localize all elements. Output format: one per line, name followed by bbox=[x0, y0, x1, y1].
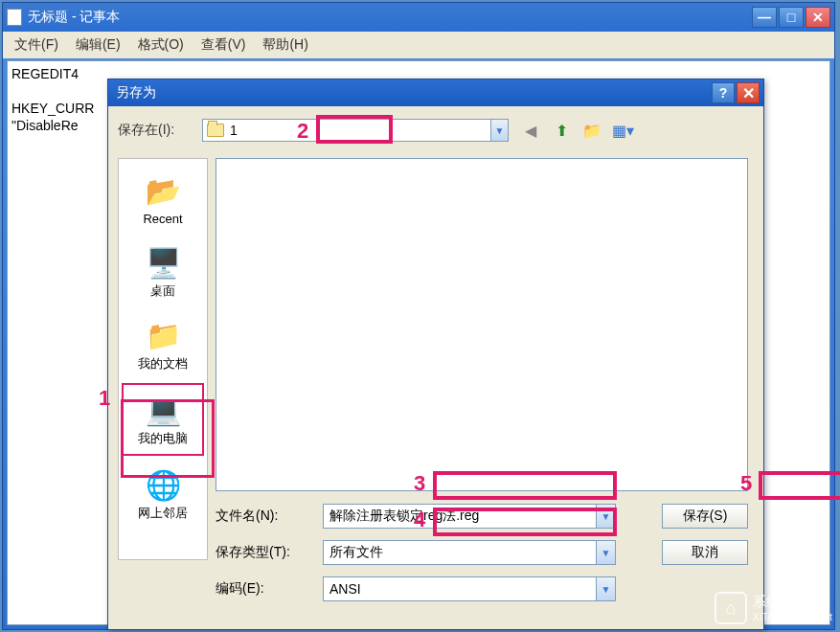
house-icon: ⌂ bbox=[715, 592, 747, 624]
save-button[interactable]: 保存(S) bbox=[662, 504, 748, 529]
saveas-title: 另存为 bbox=[116, 84, 712, 102]
desktop-icon: 🖥️ bbox=[143, 244, 183, 281]
notepad-titlebar: 无标题 - 记事本 — □ ✕ bbox=[3, 3, 834, 32]
new-folder-icon[interactable]: 📁 bbox=[581, 120, 602, 141]
notepad-menubar: 文件(F) 编辑(E) 格式(O) 查看(V) 帮助(H) bbox=[3, 32, 834, 58]
chevron-down-icon[interactable]: ▼ bbox=[596, 577, 615, 600]
maximize-button[interactable]: □ bbox=[779, 7, 804, 28]
notepad-icon bbox=[7, 9, 22, 26]
up-icon[interactable]: ⬆ bbox=[551, 120, 572, 141]
recent-icon: 📂 bbox=[143, 173, 183, 210]
place-recent[interactable]: 📂 Recent bbox=[124, 165, 202, 234]
menu-format[interactable]: 格式(O) bbox=[138, 36, 184, 54]
toolbar-nav: ◀ ⬆ 📁 ▦▾ bbox=[520, 120, 633, 141]
place-network[interactable]: 🌐 网上邻居 bbox=[124, 460, 202, 529]
savein-row: 保存在(I): 1 ▼ ◀ ⬆ 📁 ▦▾ bbox=[118, 118, 748, 143]
menu-edit[interactable]: 编辑(E) bbox=[76, 36, 121, 54]
menu-help[interactable]: 帮助(H) bbox=[262, 36, 307, 54]
file-list[interactable] bbox=[216, 158, 748, 491]
help-button[interactable]: ? bbox=[712, 82, 735, 103]
filename-label: 文件名(N): bbox=[216, 508, 323, 525]
folder-icon bbox=[207, 124, 224, 137]
savein-label: 保存在(I): bbox=[118, 122, 202, 139]
back-icon[interactable]: ◀ bbox=[520, 120, 541, 141]
chevron-down-icon[interactable]: ▼ bbox=[490, 120, 508, 141]
menu-file[interactable]: 文件(F) bbox=[14, 36, 58, 54]
place-documents[interactable]: 📁 我的文档 bbox=[124, 310, 202, 379]
views-icon[interactable]: ▦▾ bbox=[612, 120, 633, 141]
cancel-button[interactable]: 取消 bbox=[662, 540, 748, 565]
watermark-url: XiTongZhiJia.Net bbox=[753, 611, 832, 622]
savein-value: 1 bbox=[228, 123, 490, 138]
saveas-body: 保存在(I): 1 ▼ ◀ ⬆ 📁 ▦▾ 📂 Recent 🖥️ 桌面 bbox=[108, 106, 763, 629]
filename-combo[interactable]: 解除注册表锁定reg法.reg ▼ bbox=[323, 504, 616, 529]
chevron-down-icon[interactable]: ▼ bbox=[596, 505, 615, 528]
filetype-value: 所有文件 bbox=[324, 544, 596, 561]
notepad-title: 无标题 - 记事本 bbox=[28, 9, 752, 26]
saveas-dialog: 另存为 ? ✕ 保存在(I): 1 ▼ ◀ ⬆ 📁 ▦▾ 📂 Recent bbox=[107, 79, 764, 630]
encoding-combo[interactable]: ANSI ▼ bbox=[323, 576, 616, 601]
watermark-site: 系统之家 bbox=[753, 594, 832, 611]
documents-icon: 📁 bbox=[143, 317, 183, 353]
encoding-label: 编码(E): bbox=[216, 580, 323, 598]
encoding-value: ANSI bbox=[324, 581, 596, 597]
dialog-close-button[interactable]: ✕ bbox=[737, 82, 760, 103]
place-computer[interactable]: 💻 我的电脑 bbox=[122, 383, 204, 456]
filetype-combo[interactable]: 所有文件 ▼ bbox=[323, 540, 616, 565]
chevron-down-icon[interactable]: ▼ bbox=[596, 541, 615, 564]
window-controls: — □ ✕ bbox=[752, 7, 830, 28]
bottom-rows: 文件名(N): 解除注册表锁定reg法.reg ▼ 保存(S) 保存类型(T):… bbox=[216, 501, 748, 610]
places-bar: 📂 Recent 🖥️ 桌面 📁 我的文档 💻 我的电脑 🌐 网上邻居 bbox=[118, 158, 208, 560]
network-icon: 🌐 bbox=[143, 466, 183, 503]
filetype-label: 保存类型(T): bbox=[216, 544, 323, 561]
saveas-titlebar: 另存为 ? ✕ bbox=[108, 79, 763, 106]
minimize-button[interactable]: — bbox=[752, 7, 777, 28]
computer-icon: 💻 bbox=[143, 392, 183, 428]
filename-value: 解除注册表锁定reg法.reg bbox=[324, 508, 596, 525]
close-button[interactable]: ✕ bbox=[806, 7, 830, 28]
place-desktop[interactable]: 🖥️ 桌面 bbox=[124, 237, 202, 306]
menu-view[interactable]: 查看(V) bbox=[201, 36, 246, 54]
watermark: ⌂ 系统之家 XiTongZhiJia.Net bbox=[715, 592, 832, 624]
savein-combo[interactable]: 1 ▼ bbox=[202, 119, 509, 142]
